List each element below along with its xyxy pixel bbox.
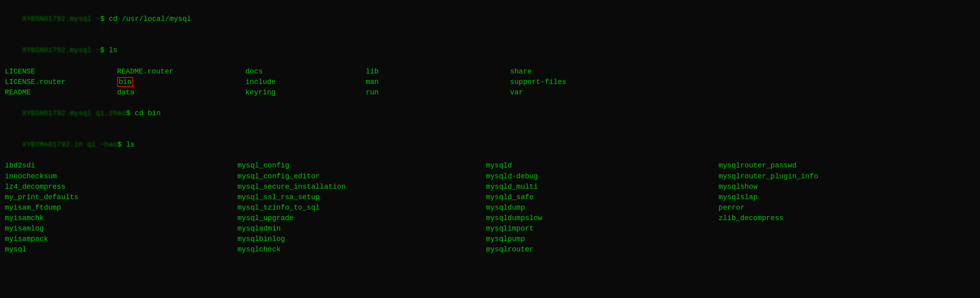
ls-cell: keyring (245, 87, 366, 98)
ls-bin-output: ibd2sdi mysql_config mysqld mysqlrouter_… (5, 160, 975, 255)
ls-cell: support-files (510, 77, 975, 87)
cmd-1: cd /usr/local/mysql (109, 15, 191, 23)
prompt-dollar-4: $ (117, 141, 126, 149)
ls-cell: README.router (117, 66, 245, 77)
bin-cell: mysqld (486, 160, 719, 171)
bin-cell: mysql_ssl_rsa_setup (237, 192, 486, 202)
bin-cell (719, 234, 975, 244)
bin-cell: myisampack (5, 234, 237, 244)
bin-cell: innochecksum (5, 171, 237, 182)
terminal-line-1: XYBSN01792.mysql ~$ cd /usr/local/mysql (5, 3, 975, 35)
bin-highlighted: bin (117, 77, 133, 87)
bin-cell: mysqldumpslow (486, 213, 719, 223)
ls-output: LICENSE README.router docs lib share LIC… (5, 66, 975, 98)
cmd-4: ls (126, 141, 135, 149)
ls-cell: data (117, 87, 245, 98)
prompt-dollar-1: $ (100, 15, 109, 23)
terminal-line-3: XYBSN01792.mysql qi.zhao$ cd bin (5, 98, 975, 129)
bin-cell: lz4_decompress (5, 182, 237, 192)
ls-cell-bin-highlighted: bin (117, 77, 245, 87)
prompt-user-1: XYBSN01792.mysql ~ (22, 15, 100, 23)
bin-cell: mysql_tzinfo_to_sql (237, 202, 486, 213)
ls-cell: include (245, 77, 366, 87)
prompt-user-3: XYBSN01792.mysql qi.zhao (22, 109, 126, 117)
ls-cell: docs (245, 66, 366, 77)
bin-cell: mysqld_safe (486, 192, 719, 202)
bin-cell (719, 244, 975, 255)
bin-cell: myisamlog (5, 223, 237, 234)
bin-cell: my_print_defaults (5, 192, 237, 202)
bin-cell: mysqlimport (486, 223, 719, 234)
bin-cell: mysqlslap (719, 192, 975, 202)
ls-cell: run (366, 87, 510, 98)
bin-cell: mysqlcheck (237, 244, 486, 255)
bin-cell: mysql_upgrade (237, 213, 486, 223)
bin-cell: zlib_decompress (719, 213, 975, 223)
bin-cell: mysqlrouter (486, 244, 719, 255)
ls-cell: LICENSE (5, 66, 117, 77)
bin-cell: mysqlrouter_plugin_info (719, 171, 975, 182)
prompt-user-4: XYBYMA01792.in qi ~hao (22, 141, 117, 149)
prompt-dollar-3: $ (126, 109, 135, 117)
cmd-3: cd bin (135, 109, 161, 117)
bin-cell: mysqld-debug (486, 171, 719, 182)
bin-cell: mysql_secure_installation (237, 182, 486, 192)
bin-cell (719, 223, 975, 234)
ls-cell: var (510, 87, 975, 98)
cmd-2: ls (109, 46, 117, 54)
bin-cell: mysqlpump (486, 234, 719, 244)
bin-cell: mysqlbinlog (237, 234, 486, 244)
bin-cell: ibd2sdi (5, 160, 237, 171)
terminal: XYBSN01792.mysql ~$ cd /usr/local/mysql … (5, 3, 975, 298)
bin-cell: mysql (5, 244, 237, 255)
terminal-line-4: XYBYMA01792.in qi ~hao$ ls (5, 129, 975, 160)
bin-cell: mysqldump (486, 202, 719, 213)
bin-cell: mysql_config_editor (237, 171, 486, 182)
ls-cell: LICENSE.router (5, 77, 117, 87)
bin-cell: myisam_ftdump (5, 202, 237, 213)
ls-cell: man (366, 77, 510, 87)
bin-cell: mysqlshow (719, 182, 975, 192)
ls-cell: share (510, 66, 975, 77)
bin-cell: perror (719, 202, 975, 213)
prompt-dollar-2: $ (100, 46, 109, 54)
bin-cell: mysql_config (237, 160, 486, 171)
ls-cell: README (5, 87, 117, 98)
bin-cell: mysqlrouter_passwd (719, 160, 975, 171)
bin-cell: mysqld_multi (486, 182, 719, 192)
bin-cell: myisamchk (5, 213, 237, 223)
terminal-line-2: XYBSN01792.mysql ~$ ls (5, 35, 975, 66)
bin-cell: mysqladmin (237, 223, 486, 234)
ls-cell: lib (366, 66, 510, 77)
prompt-user-2: XYBSN01792.mysql ~ (22, 46, 100, 54)
